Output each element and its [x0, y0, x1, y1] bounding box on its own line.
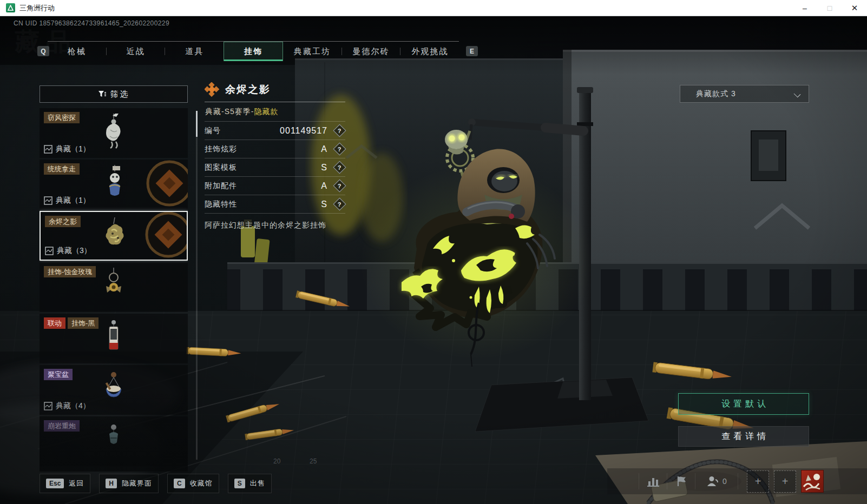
collection-count-badge: 典藏（4） [44, 401, 90, 411]
help-button[interactable]: ? [333, 142, 346, 155]
tab-label: 外观挑战 [411, 47, 448, 57]
item-thumbnail [102, 370, 126, 408]
game-viewport: CN UID 185796386224733961465_20260220022… [0, 16, 867, 504]
item-name-tag: 崩岩重炮 [44, 420, 80, 432]
sidebar-item[interactable]: 统统拿走 典藏（1） [40, 160, 188, 209]
tab-mandel-brick[interactable]: 曼德尔砖 [342, 42, 400, 61]
window-title: 三角洲行动 [19, 3, 55, 13]
shortcut-sell[interactable]: S 出售 [228, 474, 272, 493]
filter-icon [98, 90, 106, 98]
collection-count: 典藏（3） [57, 246, 91, 256]
tab-collection-workshop[interactable]: 典藏工坊 [283, 42, 341, 61]
collection-icon [44, 402, 52, 410]
sidebar-item[interactable]: 挂饰-蚀金玫瑰 [40, 262, 188, 312]
detail-header: 余烬之影 [205, 82, 345, 102]
item-thumbnail [102, 165, 126, 203]
tab-label: 典藏工坊 [294, 47, 331, 57]
collection-icon [44, 145, 52, 154]
help-button[interactable]: ? [333, 197, 346, 210]
collection-icon [44, 196, 52, 205]
window-maximize-button[interactable]: □ [817, 0, 842, 16]
item-thumbnail [102, 422, 126, 460]
report-button[interactable] [667, 473, 695, 489]
tab-area: Q 枪械 近战 道具 挂饰 典藏工坊 曼德尔砖 外观挑战 E [0, 41, 509, 62]
titlebar: 三角洲行动 – □ ✕ [0, 0, 867, 16]
item-cards: 窃风密探 典藏（1） [40, 108, 188, 472]
event-art [802, 470, 824, 493]
detail-row-attachment: 附加配件 A ? [205, 177, 345, 195]
tab-label: 枪械 [68, 47, 86, 57]
item-name-tag: 统统拿走 [44, 163, 80, 175]
rarity-prefix: 典藏-S5赛季- [205, 107, 254, 116]
style-dropdown[interactable]: 典藏款式 3 [680, 85, 809, 103]
tab-charms[interactable]: 挂饰 [224, 42, 283, 61]
row-value: 001149517 [280, 126, 327, 136]
row-value: A [321, 181, 327, 191]
row-value: S [321, 200, 327, 209]
scrollbar-thumb[interactable] [196, 111, 198, 137]
sidebar-item[interactable]: 窃风密探 典藏（1） [40, 108, 188, 158]
shortcut-back[interactable]: Esc 返回 [40, 474, 90, 493]
key-badge: S [234, 479, 245, 488]
rarity-line: 典藏-S5赛季-隐藏款 [205, 102, 345, 122]
sidebar-item[interactable]: 崩岩重炮 [40, 416, 188, 466]
tab-melee[interactable]: 近战 [107, 42, 165, 61]
status-icons: 0 + + [639, 468, 824, 494]
chevron-down-icon [794, 91, 801, 98]
sidebar-scrollbar[interactable] [196, 111, 198, 460]
tab-label: 近战 [127, 47, 145, 57]
help-button[interactable]: ? [333, 124, 346, 137]
window-minimize-button[interactable]: – [792, 0, 817, 16]
dropdown-value: 典藏款式 3 [696, 89, 736, 99]
item-thumbnail [102, 319, 126, 357]
tab-next-key-badge: E [466, 46, 478, 56]
collection-count: 典藏（1） [56, 196, 90, 205]
social-button[interactable]: 0 [695, 473, 738, 489]
filter-label: 筛选 [110, 89, 130, 100]
item-collab-tag: 联动 [44, 317, 65, 329]
app-window: 三角洲行动 – □ ✕ [0, 0, 867, 504]
tab-appearance-challenge[interactable]: 外观挑战 [400, 42, 459, 61]
sidebar-item[interactable]: 联动 挂饰-黑 [40, 314, 188, 363]
item-description: 阿萨拉幻想主题中的余烬之影挂饰 [205, 214, 345, 230]
help-button[interactable]: ? [333, 179, 346, 192]
item-thumbnail [102, 217, 126, 255]
tab-label: 挂饰 [244, 47, 262, 57]
key-badge: H [106, 479, 117, 488]
view-details-button[interactable]: 查看详情 [678, 426, 809, 447]
key-badge: C [174, 479, 185, 488]
item-name-tag: 挂饰-黑 [68, 317, 98, 329]
window-close-button[interactable]: ✕ [842, 0, 867, 16]
filter-button[interactable]: 筛选 [40, 85, 188, 103]
sidebar-item[interactable]: 聚宝盆 典藏（4） [40, 365, 188, 415]
tab-label: 道具 [185, 47, 203, 57]
collection-count: 典藏（1） [56, 144, 90, 154]
row-label: 编号 [205, 126, 280, 136]
detail-row-hidden-trait: 隐藏特性 S ? [205, 195, 345, 214]
tab-label: 曼德尔砖 [352, 47, 389, 57]
app-logo-icon [6, 3, 15, 12]
stats-button[interactable] [639, 473, 667, 489]
shortcut-collection-hall[interactable]: C 收藏馆 [167, 474, 219, 493]
item-name-tag: 余烬之影 [45, 216, 81, 227]
sidebar-item-selected[interactable]: 余烬之影 典藏（3） [40, 211, 188, 261]
ruler-mark: 25 [310, 457, 317, 465]
shortcut-hide-ui[interactable]: H 隐藏界面 [99, 474, 159, 493]
add-slot-button[interactable]: + [747, 470, 769, 493]
set-default-button[interactable]: 设置默认 [678, 393, 809, 415]
item-title: 余烬之影 [225, 83, 271, 97]
add-slot-button[interactable]: + [774, 470, 796, 493]
shortcut-label: 隐藏界面 [122, 479, 152, 488]
tab-weapons[interactable]: 枪械 [48, 42, 106, 61]
shortcut-label: 返回 [69, 479, 84, 488]
tab-gear[interactable]: 道具 [165, 42, 224, 61]
collection-count-badge: 典藏（1） [44, 196, 90, 205]
collection-count-badge: 典藏（1） [44, 144, 90, 154]
item-thumbnail [102, 268, 126, 306]
help-button[interactable]: ? [333, 161, 346, 174]
bar-chart-icon [647, 475, 660, 487]
event-thumbnail[interactable] [801, 470, 824, 493]
row-label: 挂饰炫彩 [205, 144, 321, 154]
row-value: S [321, 163, 327, 173]
item-name-tag: 聚宝盆 [44, 369, 73, 380]
